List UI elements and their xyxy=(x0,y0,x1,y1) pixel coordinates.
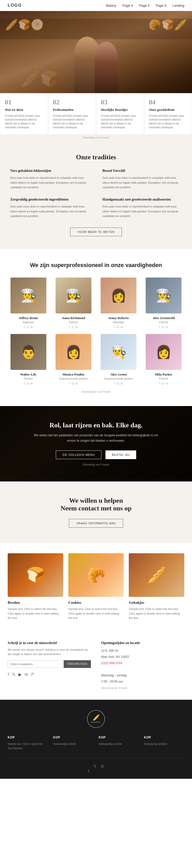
newsletter-input[interactable] xyxy=(8,660,64,668)
facebook-icon[interactable]: f xyxy=(114,325,115,329)
linkedin-icon[interactable]: in xyxy=(76,382,78,385)
facebook-icon[interactable]: f xyxy=(24,382,25,385)
feature-title-3: Onze geschiedenis xyxy=(149,108,187,112)
opening-address: 14 E 10th St. New York, NY 10007 (212) 4… xyxy=(101,648,184,685)
instagram-icon[interactable]: ◎ xyxy=(161,325,164,329)
bestel-button[interactable]: BESTEL NU xyxy=(106,451,136,459)
product-item-2: 🥖 Gebakjes Sample text. Click to select … xyxy=(129,553,184,620)
address-line1: 14 E 10th St. xyxy=(101,649,119,653)
menu-button[interactable]: ZIE VOLLEDIG MENU xyxy=(56,451,101,459)
tradities-button[interactable]: VOOR MEER TE WETEN xyxy=(70,227,122,236)
team-social-5: f ◎ in xyxy=(53,382,94,385)
team-photo-1: 👩‍🍳 xyxy=(55,278,91,313)
linkedin-social-icon[interactable]: in xyxy=(25,672,28,677)
dark-heading: Rol, laat rijzen en bak. Elke dag. xyxy=(10,422,182,429)
linkedin-icon[interactable]: in xyxy=(166,382,168,385)
product-desc-2: Sample text. Click to select the text bo… xyxy=(129,607,184,620)
team-member-0: 👨‍🍳 Jeffrey Bruin Eigenaar f ◎ in xyxy=(8,278,49,329)
facebook-icon[interactable]: f xyxy=(159,382,160,385)
team-member-6: 👨‍🍳 Alex Groen Geassocieerde partner f ◎… xyxy=(98,334,139,385)
address-line2: New York, NY 10007 xyxy=(101,655,129,659)
nav-page5[interactable]: Page 5 xyxy=(139,4,150,7)
pinterest-social-icon[interactable]: 𝓟 xyxy=(31,672,34,677)
feature-text-0: Ut enim ad minim veniam, quis nostrud ex… xyxy=(5,114,43,129)
tradities-btn-wrap: VOOR MEER TE WETEN xyxy=(10,227,182,236)
team-role-0: Eigenaar xyxy=(8,321,49,324)
team-photo-7: 👩 xyxy=(146,334,182,370)
tradities-item-0: Vers gebakken lekkernijen Duis aute irur… xyxy=(10,169,89,190)
main-nav: logo Bakery Page 4 Page 5 Page 6 Landing xyxy=(0,0,192,11)
nav-logo[interactable]: logo xyxy=(8,3,22,8)
instagram-icon[interactable]: ◎ xyxy=(116,325,119,329)
facebook-icon[interactable]: f xyxy=(159,325,160,329)
team-credit: Afbeeldingen van Freepik xyxy=(8,391,184,393)
opening-credit: Afbeelding van Freepik xyxy=(101,687,184,689)
footer-twitter-icon[interactable]: 𝕏 xyxy=(93,764,97,774)
facebook-icon[interactable]: f xyxy=(24,325,25,329)
footer-col-0: Kop Sample text. Click to select the Tex… xyxy=(8,736,48,750)
team-member-4: 👨 Walter Lily Partner f ◎ in xyxy=(8,334,49,385)
linkedin-icon[interactable]: in xyxy=(31,382,33,385)
nav-bakery[interactable]: Bakery xyxy=(106,4,116,7)
footer-facebook-icon[interactable]: f xyxy=(88,764,89,774)
newsletter-heading: Schrijf je in voor de nieuwsbrief xyxy=(8,641,91,645)
product-image-0: 🍞 xyxy=(8,553,63,597)
instagram-icon[interactable]: ◎ xyxy=(26,382,29,385)
image-credit-1: Afbeelding van Freepik xyxy=(0,135,192,141)
team-member-2: 👩 Jenny Roberts Manager f ◎ in xyxy=(98,278,139,329)
team-name-2: Jenny Roberts xyxy=(98,316,139,320)
team-photo-3: 👨‍🍳 xyxy=(146,278,182,313)
tradities-title-1: Brood Verschil xyxy=(103,169,182,173)
linkedin-icon[interactable]: in xyxy=(31,325,33,329)
footer-col-1: Kop Voelvaardig verlenkt xyxy=(53,736,94,750)
contact-heading: We willen u helpen Neem contact met ons … xyxy=(10,497,182,512)
linkedin-icon[interactable]: in xyxy=(166,325,168,329)
instagram-icon[interactable]: ◎ xyxy=(26,325,29,329)
footer-instagram-icon[interactable]: ◎ xyxy=(101,764,104,774)
youtube-social-icon[interactable]: ▶ xyxy=(18,672,22,677)
nav-landing[interactable]: Landing xyxy=(172,4,184,7)
newsletter-form: INSCHRIJVEN xyxy=(8,660,91,668)
feature-title-0: Wat we doen xyxy=(5,108,43,112)
footer-col-text-2: Voelvaardig verlenkt xyxy=(99,742,139,746)
contact-button[interactable]: VRAAG INFORMATIE AAN xyxy=(69,519,123,528)
team-role-5: Geassocieerde partner xyxy=(53,377,94,380)
tradities-text-3: Duis aute more dolor in reprehenderit in… xyxy=(103,204,182,219)
nav-page6[interactable]: Page 6 xyxy=(156,4,166,7)
instagram-icon[interactable]: ◎ xyxy=(161,382,164,385)
feature-text-2: Ut enim ad minim veniam, quis nostrud ex… xyxy=(101,114,139,129)
instagram-icon[interactable]: ◎ xyxy=(116,382,119,385)
nav-page4[interactable]: Page 4 xyxy=(122,4,133,7)
product-name-1: Cookies xyxy=(68,600,124,605)
instagram-icon[interactable]: ◎ xyxy=(71,382,74,385)
bottom-info: Schrijf je in voor de nieuwsbrief Als ee… xyxy=(0,631,192,700)
team-name-3: Alex Groenveld xyxy=(143,316,184,320)
dark-section-inner: Rol, laat rijzen en bak. Elke dag. We we… xyxy=(10,422,182,459)
feature-text-3: Ut enim ad minim veniam, quis nostrud ex… xyxy=(149,114,187,129)
facebook-social-icon[interactable]: f xyxy=(8,672,9,677)
linkedin-icon[interactable]: in xyxy=(76,325,78,329)
facebook-icon[interactable]: f xyxy=(69,325,70,329)
newsletter-button[interactable]: INSCHRIJVEN xyxy=(64,660,91,668)
linkedin-icon[interactable]: in xyxy=(121,382,123,385)
team-member-5: 👩 Monica Pouliot Geassocieerde partner f… xyxy=(53,334,94,385)
footer-col-heading-2: Kop xyxy=(99,736,139,739)
footer-col-2: Kop Voelvaardig verlenkt xyxy=(99,736,139,750)
opening-hours: Maandag - zondag xyxy=(101,674,127,677)
tradities-item-1: Brood Verschil Duis aute irure dolor in … xyxy=(103,169,182,190)
facebook-icon[interactable]: f xyxy=(114,382,115,385)
team-photo-5: 👩 xyxy=(55,334,91,370)
twitter-social-icon[interactable]: 𝕏 xyxy=(12,672,15,677)
products-section: 🍞 Broden Sample text. Click to select th… xyxy=(0,543,192,631)
instagram-icon[interactable]: ◎ xyxy=(71,325,74,329)
footer-logo-wrap: 🥖 Bakery xyxy=(8,710,184,728)
opening-phone[interactable]: (212) 456-2153 xyxy=(101,661,122,665)
team-heading: We zijn superprofessioneel in onze vaard… xyxy=(8,262,184,269)
product-image-2: 🥖 xyxy=(129,553,184,597)
product-image-1: 🥐 xyxy=(68,553,124,597)
linkedin-icon[interactable]: in xyxy=(121,325,123,329)
facebook-icon[interactable]: f xyxy=(69,382,70,385)
product-item-1: 🥐 Cookies Sample text. Click to select t… xyxy=(68,553,124,620)
tradities-heading: Onze tradities xyxy=(10,153,182,161)
team-member-1: 👩‍🍳 Anna Richmond Partner f ◎ in xyxy=(53,278,94,329)
